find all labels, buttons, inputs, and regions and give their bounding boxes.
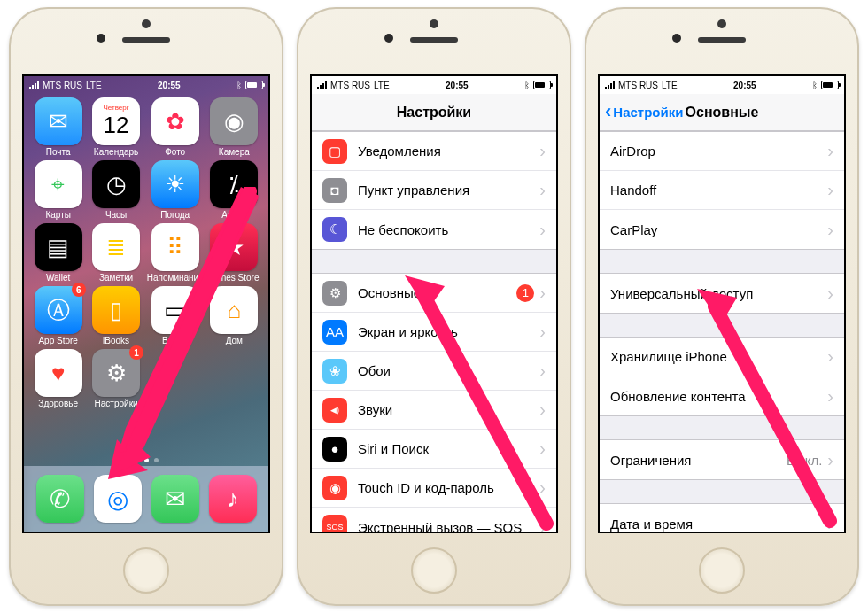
app-icon[interactable]: ⚙︎1Настройки (89, 349, 143, 408)
dock: ✆◎✉︎♪ (24, 466, 268, 532)
home-button[interactable] (699, 547, 745, 594)
row-label: Обои (358, 363, 539, 378)
settings-row[interactable]: ●Siri и Поиск› (312, 430, 556, 469)
app-icon[interactable]: ☀︎Погода (147, 160, 204, 220)
settings-row[interactable]: CarPlay› (600, 210, 844, 249)
chevron-right-icon: › (827, 346, 833, 367)
row-label: Экстренный вызов — SOS (358, 520, 539, 532)
app-label: Часы (105, 210, 127, 220)
home-button[interactable] (411, 547, 457, 594)
settings-row[interactable]: ОграниченияВыкл.› (600, 440, 844, 479)
settings-row[interactable]: Универсальный доступ› (600, 274, 844, 313)
battery-icon (245, 81, 263, 89)
back-label: Настройки (613, 105, 683, 120)
app-icon[interactable]: ◉Камера (207, 97, 261, 157)
app-icon[interactable]: ≣Заметки (89, 223, 143, 283)
row-label: Уведомления (358, 144, 539, 159)
app-icon[interactable]: Ⓐ6App Store (31, 286, 85, 345)
bluetooth-icon: ᛒ (524, 81, 530, 90)
app-label: iBooks (103, 336, 129, 345)
settings-row[interactable]: ❀Обои› (312, 352, 556, 391)
app-label: Календарь (94, 147, 138, 157)
app-icon[interactable]: ⌂Дом (207, 286, 261, 345)
page-indicator[interactable] (24, 458, 268, 462)
app-icon[interactable]: ▭Видео (147, 286, 204, 345)
dock-app[interactable]: ♪ (209, 475, 257, 523)
app-icon[interactable]: ⠿Напоминания (147, 223, 204, 283)
app-label: Почта (46, 147, 71, 157)
app-icon[interactable]: ◷Часы (89, 160, 143, 220)
app-label: Камера (219, 147, 250, 157)
carrier-label: MTS RUS (43, 81, 82, 90)
speaker-slit (122, 37, 170, 43)
carrier-label: MTS RUS (618, 81, 658, 90)
settings-row[interactable]: Хранилище iPhone› (600, 338, 844, 376)
back-button[interactable]: ‹ Настройки (605, 94, 683, 130)
settings-row[interactable]: ☾Не беспокоить› (312, 210, 556, 249)
chevron-right-icon: › (827, 141, 833, 161)
app-icon[interactable]: ▤Wallet (31, 223, 85, 283)
app-label: Видео (162, 336, 188, 345)
home-button[interactable] (123, 547, 169, 594)
dock-app[interactable]: ✉︎ (151, 475, 199, 523)
home-screen[interactable]: MTS RUS LTE 20:55 ᛒ ✉︎ПочтаЧетверг12Кале… (22, 74, 270, 533)
row-value: Выкл. (787, 453, 822, 468)
settings-list[interactable]: ▢Уведомления›◘Пункт управления›☾Не беспо… (312, 131, 556, 532)
settings-row[interactable]: ⚙︎Основные1› (312, 274, 556, 313)
row-label: Хранилище iPhone (610, 349, 827, 364)
settings-screen: MTS RUS LTE 20:55 ᛒ Настройки ▢Уведомлен… (310, 74, 558, 533)
app-icon[interactable]: ✉︎Почта (31, 97, 85, 157)
chevron-right-icon: › (539, 141, 546, 161)
signal-icon (317, 81, 327, 89)
row-icon: ☾ (322, 217, 347, 242)
general-list[interactable]: AirDrop›Handoff›CarPlay›Универсальный до… (600, 131, 844, 532)
nav-bar: ‹ Настройки Основные (600, 94, 844, 131)
app-icon[interactable]: ✿Фото (147, 97, 204, 157)
status-bar: MTS RUS LTE 20:55 ᛒ (24, 76, 268, 94)
settings-row[interactable]: AAЭкран и яркость› (312, 313, 556, 352)
general-screen: MTS RUS LTE 20:55 ᛒ ‹ Настройки Основные… (598, 74, 846, 533)
app-icon[interactable]: ▯iBooks (89, 286, 143, 345)
chevron-right-icon: › (827, 514, 833, 532)
dock-app[interactable]: ◎ (94, 475, 142, 523)
chevron-right-icon: › (827, 180, 833, 200)
page-title: Настройки (397, 105, 471, 120)
row-label: Экран и яркость (358, 324, 539, 339)
row-icon: ◘ (322, 178, 347, 203)
chevron-right-icon: › (539, 517, 546, 532)
chevron-left-icon: ‹ (605, 102, 611, 121)
status-time: 20:55 (446, 81, 469, 90)
front-camera (384, 34, 393, 43)
app-icon[interactable]: ⁒Акции (207, 160, 261, 220)
app-label: App Store (38, 336, 77, 345)
proximity-sensor (430, 19, 438, 28)
settings-row[interactable]: AirDrop› (600, 132, 844, 171)
settings-row[interactable]: ▢Уведомления› (312, 132, 556, 171)
settings-row[interactable]: ◀︎)Звуки› (312, 391, 556, 430)
app-icon[interactable]: ⌖Карты (31, 160, 85, 220)
iphone-frame: MTS RUS LTE 20:55 ᛒ Настройки ▢Уведомлен… (297, 7, 571, 606)
badge: 1 (129, 345, 143, 360)
settings-row[interactable]: SOSЭкстренный вызов — SOS› (312, 508, 556, 532)
app-label: Карты (45, 210, 71, 220)
settings-row[interactable]: Handoff› (600, 171, 844, 210)
row-label: Универсальный доступ (610, 286, 827, 301)
settings-row[interactable]: ◉Touch ID и код-пароль› (312, 469, 556, 508)
dock-app[interactable]: ✆ (36, 475, 84, 523)
chevron-right-icon: › (539, 400, 546, 420)
app-icon[interactable]: Четверг12Календарь (89, 97, 143, 157)
network-label: LTE (374, 81, 390, 90)
settings-row[interactable]: Дата и время› (600, 504, 844, 532)
app-icon[interactable]: ★iTunes Store (207, 223, 261, 283)
app-icon[interactable]: ♥︎Здоровье (31, 349, 85, 408)
chevron-right-icon: › (827, 386, 833, 407)
row-icon: ▢ (322, 139, 347, 164)
proximity-sensor (717, 19, 726, 28)
nav-bar: Настройки (312, 94, 556, 131)
settings-row[interactable]: ◘Пункт управления› (312, 171, 556, 210)
app-label: Акции (221, 210, 246, 220)
row-label: Ограничения (610, 453, 787, 468)
chevron-right-icon: › (827, 220, 833, 240)
settings-row[interactable]: Обновление контента› (600, 376, 844, 415)
app-label: Дом (226, 336, 243, 345)
